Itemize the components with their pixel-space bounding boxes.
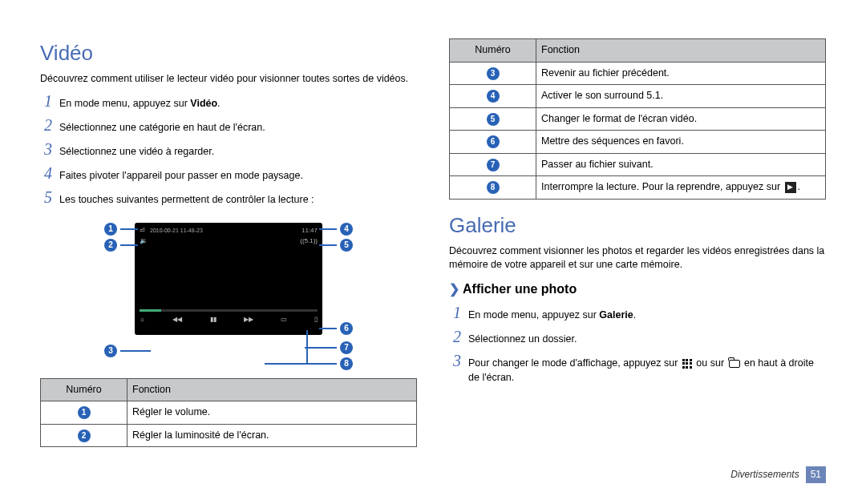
grid-view-icon (682, 359, 692, 369)
callout-1: 1 (104, 223, 117, 236)
step-text: Pour changer le mode d'affichage, appuye… (468, 357, 826, 385)
video-step: 1 En mode menu, appuyez sur Vidéo. (40, 90, 417, 112)
galerie-step: 2 Sélectionnez un dossier. (449, 325, 826, 348)
aspect-icon: ▭ (281, 315, 287, 324)
row-number-badge: 6 (487, 135, 500, 148)
video-player-mock: ⏎ 2010-00-21 11-48-23 11:47 🔉 ((5.1)) ☼ … (135, 223, 322, 335)
play-icon: ▶ (785, 182, 796, 193)
callout-6: 6 (340, 322, 353, 335)
step-number: 2 (449, 325, 465, 348)
row-function: Mettre des séquences en favori. (536, 131, 826, 154)
step-text: Sélectionnez un dossier. (468, 333, 577, 347)
step-number: 2 (40, 114, 56, 136)
step-number: 3 (449, 349, 465, 372)
col-header-numero: Numéro (41, 378, 127, 401)
video-step: 3 Sélectionnez une vidéo à regarder. (40, 138, 417, 160)
brightness-icon: ☼ (140, 315, 145, 324)
step-text: Faites pivoter l'appareil pour passer en… (59, 169, 303, 183)
step-number: 3 (40, 138, 56, 160)
subsection-header: ❯ Afficher une photo (449, 280, 826, 298)
status-time: 11:47 (301, 226, 318, 235)
galerie-step: 3 Pour changer le mode d'affichage, appu… (449, 349, 826, 385)
video-step: 2 Sélectionnez une catégorie en haut de … (40, 114, 417, 136)
page-footer: Divertissements 51 (730, 466, 826, 483)
back-icon: ⏎ (140, 226, 145, 235)
step-number: 5 (40, 186, 56, 208)
function-table-left: Numéro Fonction 1 Régler le volume. 2 Ré… (40, 378, 417, 448)
left-column: Vidéo Découvrez comment utiliser le lect… (40, 38, 417, 458)
table-row: 8 Interrompre la lecture. Pour la repren… (450, 176, 826, 200)
right-column: Numéro Fonction 3 Revenir au fichier pré… (449, 38, 826, 458)
video-filename: 2010-00-21 11-48-23 (150, 227, 297, 235)
row-function: Activer le son surround 5.1. (536, 85, 826, 108)
next-icon: ▶▶ (244, 315, 253, 324)
video-step: 5 Les touches suivantes permettent de co… (40, 186, 417, 208)
step-text: Les touches suivantes permettent de cont… (59, 193, 314, 208)
row-number-badge: 7 (487, 159, 500, 171)
row-function: Interrompre la lecture. Pour la reprendr… (536, 176, 826, 200)
row-function: Changer le format de l'écran vidéo. (536, 107, 826, 131)
folder-view-icon (729, 360, 740, 368)
table-row: 6 Mettre des séquences en favori. (450, 131, 826, 154)
row-function: Passer au fichier suivant. (536, 153, 826, 176)
step-text: Sélectionnez une vidéo à regarder. (59, 145, 214, 159)
row-number-badge: 5 (487, 113, 500, 126)
subsection-title: Afficher une photo (463, 280, 577, 298)
speaker-icon: 🔉 (140, 236, 148, 245)
step-text: Sélectionnez une catégorie en haut de l'… (59, 121, 265, 135)
galerie-intro: Découvrez comment visionner les photos e… (449, 244, 826, 272)
video-steps: 1 En mode menu, appuyez sur Vidéo. 2 Sél… (40, 90, 417, 208)
galerie-heading: Galerie (449, 211, 826, 240)
row-function: Revenir au fichier précédent. (536, 62, 826, 85)
callout-3: 3 (104, 345, 117, 357)
pause-icon: ▮▮ (210, 315, 216, 324)
callout-7: 7 (340, 341, 353, 354)
col-header-fonction: Fonction (127, 378, 417, 401)
table-row: 4 Activer le son surround 5.1. (450, 85, 826, 108)
video-heading: Vidéo (40, 38, 417, 67)
col-header-numero: Numéro (450, 39, 536, 62)
table-row: 2 Régler la luminosité de l'écran. (41, 424, 417, 447)
bookmark-icon: ▯ (314, 315, 318, 324)
table-row: 1 Régler le volume. (41, 401, 417, 425)
col-header-fonction: Fonction (536, 39, 826, 62)
step-number: 4 (40, 162, 56, 184)
step-number: 1 (40, 90, 56, 112)
row-function: Régler le volume. (127, 401, 417, 425)
row-number-badge: 8 (487, 181, 500, 194)
step-text: En mode menu, appuyez sur Vidéo. (59, 97, 221, 111)
table-row: 5 Changer le format de l'écran vidéo. (450, 107, 826, 131)
video-intro: Découvrez comment utiliser le lecteur vi… (40, 72, 417, 87)
video-step: 4 Faites pivoter l'appareil pour passer … (40, 162, 417, 184)
step-number: 1 (449, 301, 465, 324)
row-number-badge: 3 (487, 67, 500, 80)
table-row: 3 Revenir au fichier précédent. (450, 62, 826, 85)
row-number-badge: 4 (487, 90, 500, 103)
galerie-step: 1 En mode menu, appuyez sur Galerie. (449, 301, 826, 324)
function-table-right: Numéro Fonction 3 Revenir au fichier pré… (449, 38, 826, 200)
row-number-badge: 2 (78, 429, 91, 442)
callout-2: 2 (104, 239, 117, 252)
galerie-steps: 1 En mode menu, appuyez sur Galerie. 2 S… (449, 301, 826, 385)
prev-icon: ◀◀ (172, 315, 182, 324)
row-function: Régler la luminosité de l'écran. (127, 424, 417, 447)
callout-5: 5 (340, 239, 353, 252)
chevron-icon: ❯ (449, 280, 459, 298)
video-figure: ⏎ 2010-00-21 11-48-23 11:47 🔉 ((5.1)) ☼ … (40, 216, 417, 369)
step-text: En mode menu, appuyez sur Galerie. (468, 308, 636, 323)
table-row: 7 Passer au fichier suivant. (450, 153, 826, 176)
footer-page-number: 51 (806, 466, 826, 483)
callout-4: 4 (340, 223, 353, 236)
callout-8: 8 (340, 357, 353, 370)
surround-icon: ((5.1)) (300, 236, 318, 245)
row-number-badge: 1 (78, 406, 91, 419)
progress-bar (140, 309, 318, 312)
footer-section: Divertissements (730, 468, 799, 482)
